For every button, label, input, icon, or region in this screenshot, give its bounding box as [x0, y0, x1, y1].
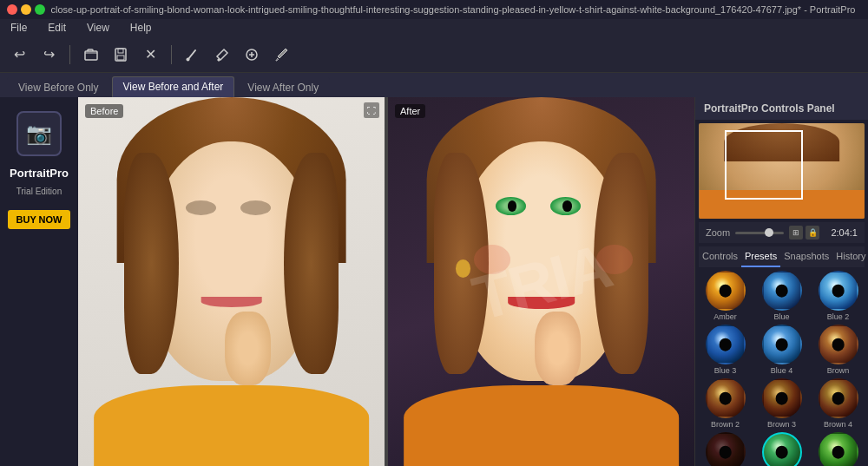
zoom-slider[interactable] — [735, 232, 784, 234]
after-panel: After TRIA — [388, 97, 694, 466]
titlebar: close-up-portrait-of-smiling-blond-woman… — [0, 0, 868, 19]
menu-file[interactable]: File — [7, 20, 30, 36]
preset-amber-label: Amber — [713, 312, 737, 321]
tab-presets[interactable]: Presets — [741, 246, 780, 267]
preset-brown-label: Brown — [827, 366, 850, 375]
preset-blue[interactable]: Blue — [755, 271, 808, 321]
maximize-window-btn[interactable] — [35, 4, 45, 15]
preset-blue4-circle — [762, 325, 802, 364]
app-name: PortraitPro — [10, 167, 69, 180]
preset-row-2: Blue 3 Blue 4 Brown — [699, 325, 865, 375]
open-button[interactable] — [79, 43, 103, 67]
preset-darken-circle — [706, 432, 746, 466]
paint-brush-button[interactable] — [269, 43, 293, 67]
buy-now-button[interactable]: BUY NOW — [8, 210, 71, 229]
preset-row-1: Amber Blue Blue 2 — [699, 271, 865, 321]
menu-edit[interactable]: Edit — [44, 20, 69, 36]
preset-brown4-circle — [819, 378, 858, 418]
spot-heal-button[interactable] — [240, 43, 264, 67]
preset-blue3-label: Blue 3 — [714, 366, 737, 375]
zoom-icons: ⊞ 🔒 — [789, 226, 819, 240]
preset-blue3[interactable]: Blue 3 — [699, 325, 752, 375]
preset-brown[interactable]: Brown — [812, 325, 865, 375]
preset-brown2-circle — [706, 378, 746, 418]
toolbar: ↩ ↪ ✕ — [0, 36, 868, 73]
preset-blue-circle — [762, 271, 802, 311]
app-edition: Trial Edition — [16, 187, 62, 196]
preset-amber-circle — [706, 271, 746, 311]
thumbnail-area — [699, 123, 865, 219]
tab-snapshots[interactable]: Snapshots — [780, 246, 832, 267]
undo-button[interactable]: ↩ — [7, 43, 31, 67]
preset-green-circle — [762, 432, 802, 466]
preset-green[interactable]: Green — [755, 432, 808, 466]
before-label: Before — [85, 104, 123, 118]
svg-rect-3 — [117, 56, 124, 60]
svg-point-4 — [187, 57, 190, 61]
before-panel: Before ⛶ — [78, 97, 385, 466]
window-controls — [7, 4, 45, 15]
preset-brown2[interactable]: Brown 2 — [699, 378, 752, 429]
zoom-value: 2:04:1 — [825, 227, 858, 238]
preset-blue2-label: Blue 2 — [827, 312, 850, 321]
tab-history[interactable]: History — [832, 246, 868, 267]
menu-help[interactable]: Help — [127, 20, 155, 36]
close-button[interactable]: ✕ — [138, 43, 162, 67]
ctrl-tabs: Controls Presets Snapshots History — [699, 246, 865, 267]
left-sidebar: 📷 PortraitPro Trial Edition BUY NOW — [0, 97, 78, 466]
preset-brown3-label: Brown 3 — [767, 420, 796, 429]
preset-blue2-circle — [819, 271, 858, 311]
tab-after-only[interactable]: View After Only — [236, 77, 330, 97]
redo-button[interactable]: ↪ — [36, 43, 61, 67]
preset-amber[interactable]: Amber — [699, 271, 752, 321]
preset-green2[interactable]: Green 2 — [812, 432, 865, 466]
window-title: close-up-portrait-of-smiling-blond-woman… — [45, 4, 861, 15]
menu-view[interactable]: View — [83, 20, 113, 36]
before-expand-button[interactable]: ⛶ — [364, 102, 379, 118]
preset-brown-circle — [819, 325, 858, 364]
toolbar-separator-2 — [171, 45, 172, 64]
close-window-btn[interactable] — [7, 4, 17, 15]
preset-brown4[interactable]: Brown 4 — [812, 378, 865, 429]
toolbar-separator-1 — [69, 45, 70, 64]
app-icon: 📷 — [16, 111, 62, 156]
tab-before-and-after[interactable]: View Before and After — [112, 76, 235, 97]
preset-brown4-label: Brown 4 — [824, 420, 852, 429]
zoom-lock-button[interactable]: 🔒 — [806, 226, 819, 240]
main-area: 📷 PortraitPro Trial Edition BUY NOW Befo… — [0, 97, 868, 466]
after-label: After — [395, 104, 425, 118]
presets-grid: Amber Blue Blue 2 Blue 3 — [695, 267, 868, 466]
save-button[interactable] — [108, 43, 133, 67]
right-panel: PortraitPro Controls Panel Zoom — [694, 97, 868, 466]
preset-brown3[interactable]: Brown 3 — [755, 378, 808, 429]
zoom-label: Zoom — [706, 227, 730, 238]
view-tabs: View Before Only View Before and After V… — [0, 73, 868, 97]
preset-blue2[interactable]: Blue 2 — [812, 271, 865, 321]
thumbnail-image — [699, 123, 865, 219]
zoom-thumb[interactable] — [765, 228, 773, 237]
preset-blue3-circle — [706, 325, 746, 364]
zoom-bar: Zoom ⊞ 🔒 2:04:1 — [699, 222, 865, 243]
preset-blue4[interactable]: Blue 4 — [755, 325, 808, 375]
minimize-window-btn[interactable] — [21, 4, 31, 15]
preset-row-3: Brown 2 Brown 3 Brown 4 — [699, 378, 865, 429]
preset-brown3-circle — [762, 378, 802, 418]
preset-darken[interactable]: Darken — [699, 432, 752, 466]
zoom-fit-button[interactable]: ⊞ — [789, 226, 803, 240]
eyedropper-tool-button[interactable] — [210, 43, 234, 67]
preset-row-4: Darken Green Green 2 — [699, 432, 865, 466]
preset-blue-label: Blue — [773, 312, 789, 321]
menubar: File Edit View Help — [0, 19, 868, 36]
brush-tool-button[interactable] — [181, 43, 205, 67]
preset-blue4-label: Blue 4 — [771, 366, 793, 375]
right-panel-header: PortraitPro Controls Panel — [695, 97, 868, 120]
preset-green2-circle — [819, 432, 858, 466]
tab-before-only[interactable]: View Before Only — [7, 77, 110, 97]
canvas-area: Before ⛶ — [78, 97, 694, 466]
preset-brown2-label: Brown 2 — [711, 420, 740, 429]
tab-controls[interactable]: Controls — [699, 246, 741, 267]
